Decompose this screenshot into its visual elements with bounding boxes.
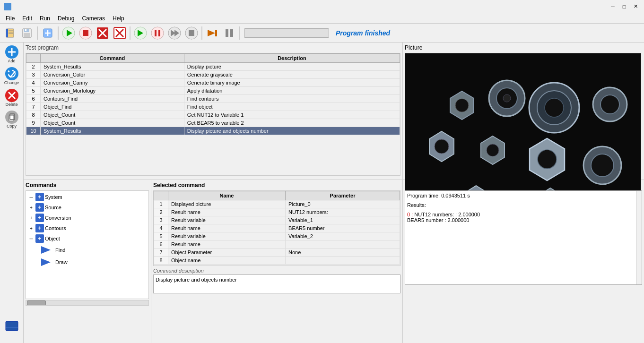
tree-item-find[interactable]: Find <box>27 244 148 256</box>
selected-command-panel: Selected command Name Parameter 1Display… <box>151 180 403 343</box>
commands-panel: Commands ─ + System + + Source <box>24 180 151 343</box>
step-play-button[interactable] <box>132 25 148 41</box>
row-num: 6 <box>26 95 41 103</box>
close-button[interactable]: ✕ <box>631 2 640 11</box>
maximize-button[interactable]: □ <box>619 2 629 11</box>
save-button[interactable] <box>19 25 35 41</box>
book-button[interactable] <box>2 25 18 41</box>
plus-object[interactable]: + <box>35 234 44 243</box>
program-table-row[interactable]: 7Object_FindFind object <box>26 103 400 111</box>
forward-button[interactable] <box>166 25 183 41</box>
row-description: Display picture <box>184 63 400 71</box>
tree-item-object[interactable]: ─ + Object <box>27 233 148 244</box>
program-table-row[interactable]: 8Object_CountGet NUT12 to Variable 1 <box>26 111 400 119</box>
program-table-row[interactable]: 10System_ResultsDisplay picture and obje… <box>26 127 400 135</box>
pause2-button[interactable] <box>221 25 237 41</box>
selected-command-row[interactable]: 8Object name <box>154 257 400 265</box>
sel-row-name: Object Parameter <box>168 249 286 257</box>
sidebar-copy-label: Copy <box>7 124 17 129</box>
output-box[interactable]: Program time: 0.0943511 s Results: 0 : N… <box>405 190 642 285</box>
tree-item-system[interactable]: ─ + System <box>27 192 148 202</box>
svg-rect-1 <box>6 29 8 37</box>
arrow-button[interactable] <box>204 25 220 41</box>
expand-object[interactable]: ─ <box>28 235 35 242</box>
plus-conversion[interactable]: + <box>35 214 44 222</box>
expand-source[interactable]: + <box>28 204 35 211</box>
svg-point-59 <box>487 144 499 156</box>
selected-command-row[interactable]: 7Object ParameterNone <box>154 249 400 257</box>
program-table-row[interactable]: 2System_ResultsDisplay picture <box>26 63 400 71</box>
sidebar-delete-label: Delete <box>5 102 17 107</box>
program-table-row[interactable]: 5Conversion_MorfologyApply dilatation <box>26 87 400 95</box>
row-description: Generate binary image <box>184 79 400 87</box>
svg-marker-68 <box>41 246 51 254</box>
tree-label-find: Find <box>55 247 65 253</box>
row-description: Get BEAR5 to variable 2 <box>184 119 400 127</box>
program-table-container[interactable]: Command Description 2System_ResultsDispl… <box>26 53 400 176</box>
add-toolbar-button[interactable] <box>40 25 56 41</box>
sel-col-name: Name <box>168 191 286 200</box>
selected-command-row[interactable]: 6Result name <box>154 240 400 249</box>
selected-command-row[interactable]: 4Result nameBEAR5 number <box>154 224 400 232</box>
commands-tree[interactable]: ─ + System + + Source + + Conversion <box>26 190 149 299</box>
svg-point-61 <box>538 150 557 169</box>
row-num: 10 <box>26 127 41 135</box>
expand-conversion[interactable]: + <box>28 214 35 221</box>
pause-button[interactable] <box>149 25 165 41</box>
sidebar-change-button[interactable]: Change <box>2 66 22 86</box>
row-num: 9 <box>26 119 41 127</box>
sidebar-change-label: Change <box>4 80 19 85</box>
menu-run[interactable]: Run <box>36 14 54 23</box>
menu-bar: File Edit Run Debug Cameras Help <box>0 13 644 24</box>
menu-file[interactable]: File <box>2 14 18 23</box>
program-table: Command Description 2System_ResultsDispl… <box>26 53 400 135</box>
row-description: Get NUT12 to Variable 1 <box>184 111 400 119</box>
svg-marker-69 <box>41 258 51 266</box>
program-table-row[interactable]: 4Conversion_CannyGenerate binary image <box>26 79 400 87</box>
play-button[interactable] <box>61 25 77 41</box>
menu-help[interactable]: Help <box>109 14 128 23</box>
plus-contours[interactable]: + <box>35 224 44 232</box>
sel-row-num: 7 <box>154 249 168 257</box>
title-bar: ─ □ ✕ <box>0 0 644 13</box>
row-command: Conversion_Morfology <box>41 87 184 95</box>
row-command: Conversion_Color <box>41 71 184 79</box>
tree-item-draw[interactable]: Draw <box>27 256 148 268</box>
cancel2-button[interactable] <box>112 25 128 41</box>
menu-cameras[interactable]: Cameras <box>78 14 109 23</box>
sidebar-add-button[interactable]: Add <box>2 44 22 64</box>
program-table-row[interactable]: 9Object_CountGet BEAR5 to variable 2 <box>26 119 400 127</box>
menu-debug[interactable]: Debug <box>54 14 78 23</box>
svg-rect-15 <box>83 30 88 36</box>
h-scrollbar[interactable] <box>26 300 149 306</box>
program-table-row[interactable]: 6Contours_FindFind contours <box>26 95 400 103</box>
svg-rect-33 <box>215 30 217 36</box>
svg-rect-43 <box>6 321 18 331</box>
sel-row-name: Result variable <box>168 232 286 240</box>
tree-item-source[interactable]: + + Source <box>27 202 148 213</box>
command-description-box: Display picture and objects number <box>153 274 400 293</box>
output-results-label: Results: <box>407 202 640 208</box>
tree-item-conversion[interactable]: + + Conversion <box>27 213 148 223</box>
stop-button[interactable] <box>78 25 94 41</box>
sidebar-delete-button[interactable]: Delete <box>2 88 22 108</box>
plus-system[interactable]: + <box>35 193 44 201</box>
minimize-button[interactable]: ─ <box>608 2 618 11</box>
stop2-button[interactable] <box>183 25 200 41</box>
selected-command-table-container[interactable]: Name Parameter 1Displayed picturePicture… <box>153 190 400 266</box>
sel-row-param <box>286 257 400 265</box>
expand-contours[interactable]: + <box>28 225 35 232</box>
sel-row-param: Variable_1 <box>286 216 400 224</box>
cancel-button[interactable] <box>95 25 111 41</box>
program-table-row[interactable]: 3Conversion_ColorGenerate grayscale <box>26 71 400 79</box>
expand-system[interactable]: ─ <box>28 194 35 200</box>
sidebar-copy-button[interactable]: Copy <box>2 110 22 129</box>
tree-item-contours[interactable]: + + Contours <box>27 223 148 233</box>
plus-source[interactable]: + <box>35 203 44 212</box>
selected-command-row[interactable]: 3Result variableVariable_1 <box>154 216 400 224</box>
menu-edit[interactable]: Edit <box>18 14 36 23</box>
tree-label-conversion: Conversion <box>45 215 71 221</box>
selected-command-row[interactable]: 1Displayed picturePicture_0 <box>154 200 400 208</box>
selected-command-row[interactable]: 2Result nameNUT12 numbers: <box>154 208 400 216</box>
selected-command-row[interactable]: 5Result variableVariable_2 <box>154 232 400 240</box>
